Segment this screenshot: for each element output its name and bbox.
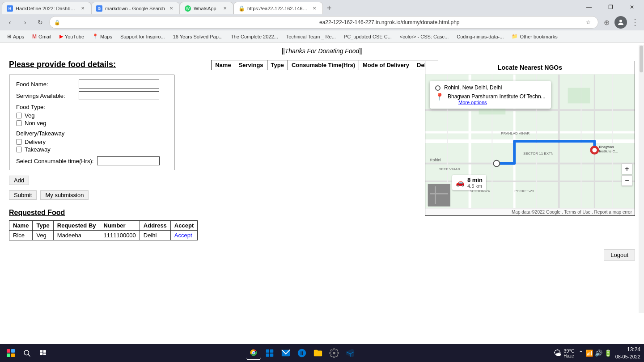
taskbar-mail-app[interactable] bbox=[279, 346, 293, 356]
maps-icon: 📍 bbox=[92, 34, 98, 39]
back-button[interactable]: ‹ bbox=[4, 16, 16, 29]
tab-close-hackdefine[interactable]: ✕ bbox=[79, 5, 86, 12]
bookmark-youtube[interactable]: ▶ YouTube bbox=[56, 32, 88, 42]
taskbar-store-app[interactable] bbox=[263, 346, 277, 356]
new-tab-button[interactable]: + bbox=[323, 2, 335, 14]
servings-input[interactable] bbox=[79, 91, 159, 100]
browser-window: H HackDefine 2022: Dashboard | D... ✕ G … bbox=[0, 0, 644, 356]
bookmark-star-icon[interactable]: ☆ bbox=[583, 17, 593, 28]
my-submission-button[interactable]: My submission bbox=[40, 190, 89, 200]
taskbar-edge-app[interactable] bbox=[295, 346, 309, 356]
network-icon[interactable]: 📶 bbox=[585, 349, 593, 356]
requested-food-section: Requested Food Name Type Requested By Nu… bbox=[9, 209, 198, 240]
chevron-up-icon[interactable]: ⌃ bbox=[578, 349, 584, 356]
svg-rect-46 bbox=[266, 349, 269, 353]
taskbar-chrome-app[interactable] bbox=[246, 346, 261, 356]
tab-favicon-whatsapp: W bbox=[185, 5, 191, 12]
taskbar-clock[interactable]: 13:24 08-05-2022 bbox=[615, 346, 640, 356]
svg-rect-39 bbox=[40, 350, 42, 352]
svg-rect-30 bbox=[428, 184, 450, 206]
taskbar-search-button[interactable] bbox=[20, 346, 34, 356]
svg-text:Rohini: Rohini bbox=[430, 158, 441, 162]
taskbar-explorer-app[interactable] bbox=[311, 346, 325, 356]
bookmark-maps-label: Maps bbox=[100, 34, 112, 39]
bookmark-color-css[interactable]: <color> - CSS: Casc... bbox=[396, 32, 452, 42]
profile-button[interactable] bbox=[614, 16, 627, 29]
tab-whatsapp[interactable]: W WhatsApp ✕ bbox=[180, 2, 233, 14]
forward-button[interactable]: › bbox=[19, 16, 31, 29]
url-bar[interactable]: 🔒 ea22-122-162-146-227.in.ngrok.io/dummy… bbox=[49, 16, 598, 29]
map-dest-info: Bhagwan Parshuram Institute Of Techn... … bbox=[448, 93, 546, 105]
takeaway-checkbox[interactable] bbox=[16, 147, 22, 152]
window-controls: — ❐ ✕ bbox=[579, 0, 642, 14]
taskbar-settings-app[interactable] bbox=[327, 346, 341, 356]
req-col-accept[interactable]: Accept bbox=[170, 231, 197, 240]
close-button[interactable]: ✕ bbox=[622, 0, 642, 14]
svg-text:Bhagwan: Bhagwan bbox=[599, 145, 614, 149]
tab-hackdefine[interactable]: H HackDefine 2022: Dashboard | D... ✕ bbox=[2, 2, 91, 14]
maximize-button[interactable]: ❐ bbox=[600, 0, 621, 14]
requested-food-title: Requested Food bbox=[9, 209, 198, 217]
bookmark-complete2022-label: The Complete 2022... bbox=[231, 34, 278, 39]
tab-close-markdown[interactable]: ✕ bbox=[168, 5, 175, 12]
consumable-input[interactable] bbox=[97, 156, 160, 165]
bookmark-coding-ninjas[interactable]: Coding-ninjas-data-... bbox=[453, 32, 507, 42]
page-content: ||Thanks For Donating Food|| Please prov… bbox=[0, 43, 644, 356]
non-veg-checkbox[interactable] bbox=[16, 120, 22, 126]
tab-markdown[interactable]: G markdown - Google Search ✕ bbox=[91, 2, 180, 14]
scrollbar-thumb[interactable] bbox=[640, 46, 643, 72]
bookmark-support[interactable]: Support for Inspiro... bbox=[117, 32, 169, 42]
refresh-button[interactable]: ↻ bbox=[34, 16, 47, 29]
start-button[interactable] bbox=[4, 346, 18, 356]
food-name-input[interactable] bbox=[79, 80, 159, 88]
bookmark-technical-label: Technical Team _ Re... bbox=[286, 34, 336, 39]
svg-rect-34 bbox=[11, 349, 15, 353]
tab-label-markdown: markdown - Google Search bbox=[105, 6, 165, 11]
add-button[interactable]: Add bbox=[9, 176, 29, 185]
browser-menu-button[interactable]: ⋮ bbox=[630, 17, 640, 28]
extensions-button[interactable]: ⊕ bbox=[601, 17, 612, 28]
weather-temp: 39°C bbox=[564, 348, 575, 354]
tab-close-ngrok[interactable]: ✕ bbox=[311, 5, 318, 12]
logout-button[interactable]: Logout bbox=[604, 249, 635, 261]
tab-close-whatsapp[interactable]: ✕ bbox=[221, 5, 229, 12]
zoom-out-button[interactable]: − bbox=[622, 175, 632, 186]
map-dest-text: Bhagwan Parshuram Institute Of Techn... bbox=[448, 93, 546, 100]
taskbar-vscode-app[interactable] bbox=[343, 346, 357, 356]
bookmark-support-label: Support for Inspiro... bbox=[120, 34, 165, 39]
bookmark-apps[interactable]: ⊞ Apps bbox=[4, 32, 28, 42]
bookmark-other[interactable]: 📁 Other bookmarks bbox=[508, 32, 561, 42]
bookmark-16years[interactable]: 16 Years Solved Pap... bbox=[169, 32, 226, 42]
minimize-button[interactable]: — bbox=[579, 0, 599, 14]
veg-checkbox[interactable] bbox=[16, 113, 22, 118]
delivery-option-label: Delivery bbox=[25, 139, 46, 145]
taskbar-apps-area bbox=[50, 346, 554, 356]
bookmark-gmail[interactable]: M Gmail bbox=[29, 32, 55, 42]
bookmark-pc-updated[interactable]: PC_updated CSE C... bbox=[340, 32, 395, 42]
volume-icon[interactable]: 🔊 bbox=[595, 349, 602, 356]
map-popup-dest: 📍 Bhagwan Parshuram Institute Of Techn..… bbox=[435, 93, 546, 105]
zoom-in-button[interactable]: + bbox=[622, 164, 632, 174]
req-col-requested-by: Madeeha bbox=[53, 231, 100, 240]
map-time: 8 min bbox=[467, 177, 483, 183]
accept-link[interactable]: Accept bbox=[174, 232, 192, 239]
svg-point-16 bbox=[493, 160, 500, 167]
scrollbar[interactable] bbox=[639, 45, 644, 313]
delivery-row: Delivery bbox=[16, 139, 167, 145]
bookmark-maps[interactable]: 📍 Maps bbox=[89, 32, 116, 42]
address-bar: ‹ › ↻ 🔒 ea22-122-162-146-227.in.ngrok.io… bbox=[0, 14, 644, 30]
delivery-label: Delivery/Takeaway bbox=[16, 130, 167, 137]
battery-icon[interactable]: 🔋 bbox=[604, 349, 612, 356]
req-col-address: Delhi bbox=[140, 231, 170, 240]
left-panel: Please provide food details: Food Name: … bbox=[9, 60, 198, 240]
bookmark-complete2022[interactable]: The Complete 2022... bbox=[227, 32, 282, 42]
taskbar-widgets-button[interactable] bbox=[36, 346, 50, 356]
svg-point-37 bbox=[24, 350, 29, 355]
submit-button[interactable]: Submit bbox=[9, 190, 37, 200]
requested-food-table: Name Type Requested By Number Address Ac… bbox=[9, 220, 198, 240]
delivery-checkbox[interactable] bbox=[16, 139, 22, 145]
more-options-link[interactable]: More options bbox=[458, 100, 546, 105]
svg-rect-47 bbox=[270, 349, 273, 353]
tab-ngrok[interactable]: 🔒 https://ea22-122-162-146-227.in... ✕ bbox=[233, 2, 323, 14]
bookmark-technical[interactable]: Technical Team _ Re... bbox=[283, 32, 339, 42]
